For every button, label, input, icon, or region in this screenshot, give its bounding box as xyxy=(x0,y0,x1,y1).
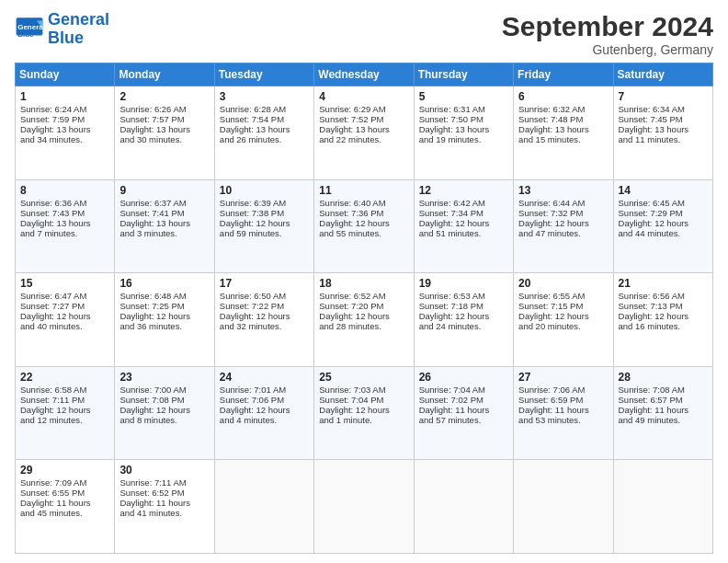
day-number: 29 xyxy=(20,464,109,477)
cell-line: and 16 minutes. xyxy=(619,321,708,331)
day-number: 7 xyxy=(619,90,708,103)
cell-line: Sunset: 7:27 PM xyxy=(20,301,109,311)
page: General Blue General Blue September 2024… xyxy=(0,0,728,563)
week-row-2: 15Sunrise: 6:47 AMSunset: 7:27 PMDayligh… xyxy=(16,273,713,367)
table-row xyxy=(613,460,712,554)
cell-line: and 8 minutes. xyxy=(119,415,209,425)
cell-line: and 20 minutes. xyxy=(518,321,608,331)
table-row: 9Sunrise: 6:37 AMSunset: 7:41 PMDaylight… xyxy=(115,179,214,273)
cell-line: Sunset: 7:52 PM xyxy=(319,114,408,124)
cell-line: Daylight: 11 hours xyxy=(518,405,608,415)
cell-line: and 59 minutes. xyxy=(220,228,309,238)
cell-line: Sunrise: 6:58 AM xyxy=(20,385,109,395)
cell-line: Sunset: 7:36 PM xyxy=(319,208,408,218)
month-title: September 2024 xyxy=(502,11,713,42)
col-thursday: Thursday xyxy=(414,63,513,86)
cell-line: Sunset: 7:57 PM xyxy=(119,114,209,124)
cell-line: Sunset: 7:59 PM xyxy=(20,114,109,124)
cell-line: Daylight: 12 hours xyxy=(119,311,209,321)
cell-line: Sunset: 7:20 PM xyxy=(319,301,408,311)
cell-line: Daylight: 12 hours xyxy=(220,405,309,415)
cell-line: Daylight: 12 hours xyxy=(319,218,408,228)
day-number: 24 xyxy=(220,371,309,384)
cell-line: and 34 minutes. xyxy=(20,134,109,144)
day-number: 21 xyxy=(619,277,708,290)
cell-line: Sunrise: 6:45 AM xyxy=(619,198,708,208)
logo: General Blue General Blue xyxy=(15,11,109,48)
cell-line: Sunrise: 7:01 AM xyxy=(220,385,309,395)
cell-line: Daylight: 12 hours xyxy=(619,311,708,321)
cell-line: and 40 minutes. xyxy=(20,321,109,331)
cell-line: Sunrise: 6:37 AM xyxy=(119,198,209,208)
cell-line: Sunrise: 6:42 AM xyxy=(419,198,508,208)
day-number: 10 xyxy=(220,184,309,197)
cell-line: Sunset: 7:15 PM xyxy=(518,301,608,311)
table-row: 17Sunrise: 6:50 AMSunset: 7:22 PMDayligh… xyxy=(214,273,313,367)
day-number: 30 xyxy=(119,464,209,477)
logo-icon: General Blue xyxy=(15,15,44,44)
cell-line: Sunset: 7:13 PM xyxy=(619,301,708,311)
table-row: 12Sunrise: 6:42 AMSunset: 7:34 PMDayligh… xyxy=(414,179,513,273)
cell-line: and 15 minutes. xyxy=(518,134,608,144)
cell-line: Sunset: 7:50 PM xyxy=(419,114,508,124)
table-row: 1Sunrise: 6:24 AMSunset: 7:59 PMDaylight… xyxy=(16,86,115,180)
cell-line: Daylight: 13 hours xyxy=(20,124,109,134)
table-row: 7Sunrise: 6:34 AMSunset: 7:45 PMDaylight… xyxy=(613,86,712,180)
cell-line: Sunrise: 7:11 AM xyxy=(119,477,209,488)
table-row: 16Sunrise: 6:48 AMSunset: 7:25 PMDayligh… xyxy=(115,273,214,367)
table-row: 27Sunrise: 7:06 AMSunset: 6:59 PMDayligh… xyxy=(514,366,613,460)
cell-line: Daylight: 11 hours xyxy=(619,405,708,415)
cell-line: Sunset: 7:22 PM xyxy=(220,301,309,311)
col-saturday: Saturday xyxy=(613,63,712,86)
table-row: 15Sunrise: 6:47 AMSunset: 7:27 PMDayligh… xyxy=(16,273,115,367)
cell-line: Sunrise: 6:55 AM xyxy=(518,291,608,301)
table-row: 4Sunrise: 6:29 AMSunset: 7:52 PMDaylight… xyxy=(314,86,414,180)
cell-line: Sunrise: 7:08 AM xyxy=(619,385,708,395)
cell-line: Daylight: 13 hours xyxy=(119,124,209,134)
cell-line: Sunset: 7:06 PM xyxy=(220,395,309,405)
cell-line: Daylight: 12 hours xyxy=(419,218,508,228)
cell-line: and 28 minutes. xyxy=(319,321,408,331)
cell-line: Daylight: 12 hours xyxy=(119,405,209,415)
table-row: 28Sunrise: 7:08 AMSunset: 6:57 PMDayligh… xyxy=(613,366,712,460)
col-tuesday: Tuesday xyxy=(214,63,313,86)
cell-line: Sunset: 7:08 PM xyxy=(119,395,209,405)
cell-line: Daylight: 12 hours xyxy=(20,311,109,321)
week-row-4: 29Sunrise: 7:09 AMSunset: 6:55 PMDayligh… xyxy=(16,460,713,554)
table-row: 29Sunrise: 7:09 AMSunset: 6:55 PMDayligh… xyxy=(16,460,115,554)
cell-line: Daylight: 12 hours xyxy=(319,311,408,321)
svg-text:Blue: Blue xyxy=(17,30,34,39)
cell-line: Sunrise: 7:04 AM xyxy=(419,385,508,395)
table-row: 25Sunrise: 7:03 AMSunset: 7:04 PMDayligh… xyxy=(314,366,414,460)
cell-line: and 57 minutes. xyxy=(419,415,508,425)
day-number: 6 xyxy=(518,90,608,103)
cell-line: Sunset: 7:25 PM xyxy=(119,301,209,311)
table-row xyxy=(414,460,513,554)
cell-line: Sunset: 6:55 PM xyxy=(20,488,109,498)
cell-line: Daylight: 13 hours xyxy=(20,218,109,228)
cell-line: Sunset: 7:34 PM xyxy=(419,208,508,218)
cell-line: Sunrise: 6:32 AM xyxy=(518,104,608,114)
cell-line: Sunrise: 6:52 AM xyxy=(319,291,408,301)
day-number: 15 xyxy=(20,277,109,290)
cell-line: Daylight: 12 hours xyxy=(518,218,608,228)
day-number: 28 xyxy=(619,371,708,384)
cell-line: Daylight: 11 hours xyxy=(119,498,209,508)
col-monday: Monday xyxy=(115,63,214,86)
cell-line: and 11 minutes. xyxy=(619,134,708,144)
table-row: 13Sunrise: 6:44 AMSunset: 7:32 PMDayligh… xyxy=(514,179,613,273)
cell-line: and 4 minutes. xyxy=(220,415,309,425)
table-row: 14Sunrise: 6:45 AMSunset: 7:29 PMDayligh… xyxy=(613,179,712,273)
cell-line: Sunset: 7:48 PM xyxy=(518,114,608,124)
cell-line: Daylight: 12 hours xyxy=(518,311,608,321)
cell-line: and 24 minutes. xyxy=(419,321,508,331)
day-number: 20 xyxy=(518,277,608,290)
day-number: 13 xyxy=(518,184,608,197)
cell-line: Sunset: 7:38 PM xyxy=(220,208,309,218)
table-row: 3Sunrise: 6:28 AMSunset: 7:54 PMDaylight… xyxy=(214,86,313,180)
cell-line: Sunrise: 7:09 AM xyxy=(20,477,109,488)
cell-line: and 32 minutes. xyxy=(220,321,309,331)
table-row: 19Sunrise: 6:53 AMSunset: 7:18 PMDayligh… xyxy=(414,273,513,367)
cell-line: Sunrise: 6:44 AM xyxy=(518,198,608,208)
calendar-table: Sunday Monday Tuesday Wednesday Thursday… xyxy=(15,63,713,554)
